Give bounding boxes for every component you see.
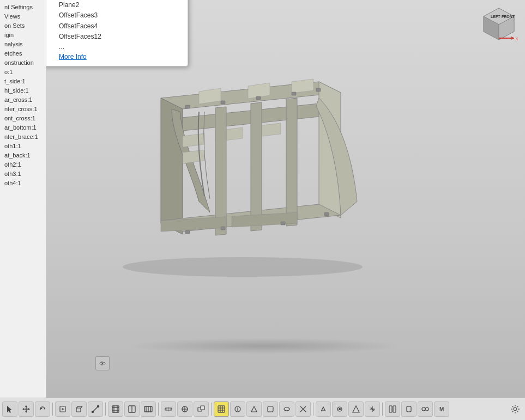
svg-rect-96	[389, 406, 392, 412]
measure-button[interactable]	[161, 401, 176, 417]
sidebar-item-15[interactable]: oth1:1	[1, 142, 45, 150]
tool-btn-g[interactable]	[332, 401, 347, 417]
sidebar-item-7[interactable]: o:1	[1, 68, 45, 76]
popup-item-4: OffsetFaces12	[59, 32, 181, 42]
sidebar-item-6[interactable]: onstruction	[1, 58, 45, 67]
sidebar-item-18[interactable]: oth3:1	[1, 169, 45, 178]
sidebar-item-12[interactable]: ont_cross:1	[1, 114, 45, 123]
svg-marker-14	[251, 102, 262, 231]
sketch-button[interactable]	[55, 401, 70, 417]
popup-item-2: OffsetFaces3	[59, 10, 181, 21]
tool-btn-h[interactable]	[348, 401, 364, 417]
svg-rect-77	[201, 406, 204, 410]
active-tool-button[interactable]	[214, 401, 229, 417]
sidebar-item-14[interactable]: nter_brace:1	[1, 132, 45, 141]
more-info-link[interactable]: More Info	[46, 53, 181, 60]
svg-rect-97	[393, 406, 396, 412]
tool-btn-c[interactable]	[263, 401, 278, 417]
snap-button[interactable]	[177, 401, 192, 417]
svg-marker-45	[22, 408, 24, 410]
line-button[interactable]	[88, 401, 103, 417]
tool-btn-m[interactable]: M	[434, 401, 449, 417]
svg-marker-92	[353, 406, 359, 412]
separator-view	[112, 356, 113, 370]
svg-marker-34	[511, 36, 514, 40]
svg-point-98	[422, 407, 425, 411]
3d-model	[90, 27, 395, 289]
svg-rect-85	[268, 406, 273, 412]
svg-point-99	[425, 407, 429, 411]
svg-rect-21	[292, 92, 296, 95]
nav-cube[interactable]: LEFT FRONT X	[479, 5, 520, 41]
ground-shadow	[128, 338, 401, 354]
svg-point-0	[123, 257, 363, 277]
svg-rect-24	[221, 227, 225, 230]
sidebar-item-17[interactable]: oth2:1	[1, 160, 45, 169]
svg-point-39	[103, 362, 105, 364]
sidebar-item-10[interactable]: ar_cross:1	[1, 95, 45, 104]
tool-btn-a[interactable]	[230, 401, 245, 417]
rotate-tool-button[interactable]	[35, 401, 50, 417]
sidebar-item-5[interactable]: etches	[1, 49, 45, 58]
display-mode-button[interactable]	[141, 401, 156, 417]
svg-marker-43	[25, 405, 27, 407]
warning-error-popup: × ✕ 6 warning(s), 1 error(s) Extrude4 Pl…	[46, 0, 188, 66]
main-viewport[interactable]: LEFT FRONT X × ✕ 6 warning(s), 1 error(s…	[46, 0, 525, 398]
svg-marker-46	[28, 408, 30, 410]
popup-item-3: OffsetFaces4	[59, 21, 181, 32]
svg-rect-19	[221, 101, 225, 104]
settings-button[interactable]	[95, 356, 110, 370]
svg-rect-22	[316, 88, 321, 92]
sidebar-item-8[interactable]: t_side:1	[1, 77, 45, 86]
svg-rect-18	[185, 105, 190, 108]
settings-gear-button[interactable]	[508, 401, 523, 417]
sidebar-item-9[interactable]: ht_side:1	[1, 86, 45, 95]
popup-ellipsis: ...	[46, 43, 181, 51]
toolbar-sep-3	[158, 403, 159, 416]
sidebar-item-2[interactable]: on Sets	[1, 21, 45, 30]
svg-text:LEFT: LEFT	[491, 15, 500, 19]
svg-rect-26	[324, 212, 329, 216]
svg-point-101	[514, 407, 517, 411]
svg-rect-20	[256, 96, 261, 100]
svg-rect-25	[281, 222, 285, 225]
svg-text:FRONT: FRONT	[502, 15, 515, 19]
select-tool-button[interactable]	[2, 401, 17, 417]
sidebar-item-13[interactable]: ar_bottom:1	[1, 123, 45, 132]
sidebar-item-4[interactable]: nalysis	[1, 40, 45, 48]
svg-point-91	[339, 409, 341, 410]
sidebar-item-0[interactable]: nt Settings	[1, 3, 45, 11]
svg-marker-44	[25, 411, 27, 413]
sidebar: nt Settings Views on Sets igin nalysis e…	[0, 0, 46, 398]
tool-btn-f[interactable]	[316, 401, 331, 417]
tool-btn-k[interactable]	[401, 401, 417, 417]
tool-btn-j[interactable]	[385, 401, 400, 417]
toolbar-sep-1	[52, 403, 53, 416]
svg-marker-9	[183, 133, 204, 147]
section-view-button[interactable]	[124, 401, 140, 417]
sidebar-item-16[interactable]: at_back:1	[1, 151, 45, 160]
svg-point-38	[100, 362, 102, 364]
extrude-button[interactable]	[71, 401, 87, 417]
svg-rect-58	[112, 406, 119, 412]
bottom-toolbar: M	[0, 398, 525, 420]
toolbar-sep-4	[211, 403, 212, 416]
svg-marker-15	[286, 98, 297, 226]
tool-btn-d[interactable]	[279, 401, 294, 417]
tool-btn-i[interactable]	[365, 401, 380, 417]
sidebar-item-1[interactable]: Views	[1, 12, 45, 21]
transform-button[interactable]	[194, 401, 209, 417]
sidebar-item-3[interactable]: igin	[1, 31, 45, 39]
move-tool-button[interactable]	[19, 401, 34, 417]
svg-rect-51	[76, 408, 81, 412]
svg-rect-23	[185, 230, 190, 234]
tool-btn-l[interactable]	[418, 401, 433, 417]
sidebar-item-19[interactable]: oth4:1	[1, 179, 45, 187]
zoom-fit-button[interactable]	[108, 401, 123, 417]
svg-marker-13	[215, 107, 226, 235]
svg-rect-78	[218, 406, 225, 412]
tool-btn-b[interactable]	[246, 401, 262, 417]
tool-btn-e[interactable]	[295, 401, 311, 417]
toolbar-sep-2	[105, 403, 106, 416]
sidebar-item-11[interactable]: nter_cross:1	[1, 105, 45, 113]
